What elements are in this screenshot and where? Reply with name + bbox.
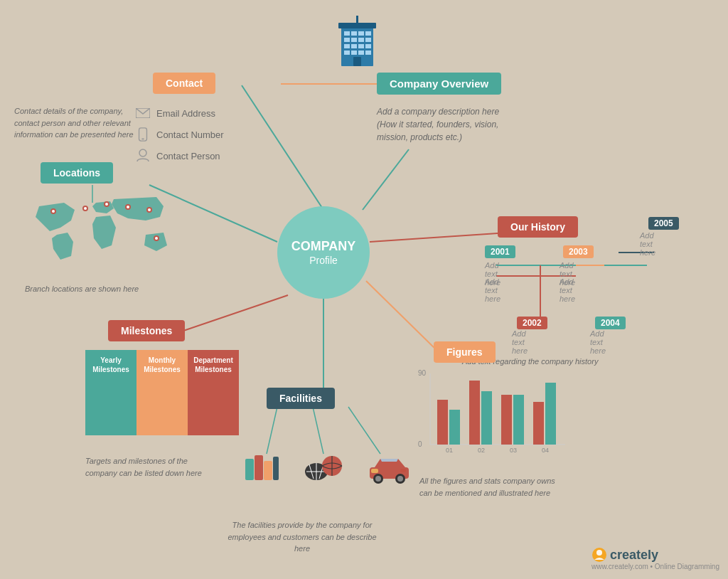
car-icon <box>366 452 412 487</box>
svg-rect-54 <box>245 459 254 480</box>
svg-point-53 <box>155 237 158 240</box>
year-2003-badge: 2003 <box>563 245 594 258</box>
yearly-milestones-bar: YearlyMilestones <box>85 350 136 435</box>
email-item: Email Address <box>135 105 224 121</box>
person-item: Contact Person <box>135 148 224 164</box>
overview-description: Add a company description here (How it s… <box>377 105 519 144</box>
history-text-4: Add text here <box>560 277 575 303</box>
svg-rect-71 <box>400 469 406 472</box>
milestones-description: Targets and milestones of thecompany can… <box>85 455 202 479</box>
svg-point-67 <box>375 476 381 482</box>
figures-description: All the figures and stats company owns c… <box>419 475 562 499</box>
svg-rect-56 <box>264 461 272 480</box>
contact-info-list: Email Address Contact Number Contact Per… <box>135 105 224 169</box>
svg-text:90: 90 <box>418 370 427 377</box>
svg-point-47 <box>127 206 129 208</box>
figures-chart: 90 0 01 02 03 04 <box>412 370 569 455</box>
svg-rect-33 <box>358 51 364 55</box>
world-map <box>25 188 188 274</box>
svg-text:03: 03 <box>510 447 517 454</box>
creately-sub: www.creately.com • Online Diagramming <box>592 563 719 570</box>
svg-point-41 <box>139 149 146 156</box>
contact-description: Contact details of the company, contact … <box>14 105 135 141</box>
person-icon <box>135 148 151 164</box>
svg-rect-55 <box>255 455 263 480</box>
svg-rect-35 <box>353 57 361 66</box>
svg-text:04: 04 <box>542 447 549 454</box>
svg-rect-37 <box>356 16 358 24</box>
locations-label: Locations <box>41 162 113 184</box>
svg-rect-80 <box>481 391 492 445</box>
contact-label: Contact <box>153 73 215 94</box>
svg-rect-40 <box>141 138 144 139</box>
phone-item: Contact Number <box>135 127 224 142</box>
svg-line-11 <box>366 281 441 354</box>
svg-text:01: 01 <box>446 447 453 454</box>
svg-rect-23 <box>344 38 350 42</box>
svg-rect-86 <box>545 383 556 445</box>
svg-line-0 <box>242 85 323 210</box>
milestones-label: Milestones <box>108 320 185 341</box>
svg-rect-31 <box>344 51 350 55</box>
figures-label: Figures <box>434 341 496 363</box>
creately-watermark: creately www.creately.com • Online Diagr… <box>592 547 719 570</box>
facilities-icons <box>242 445 412 487</box>
history-text-7: Add text here <box>590 329 606 355</box>
svg-rect-83 <box>513 395 524 445</box>
svg-rect-76 <box>437 400 448 445</box>
svg-line-5 <box>183 295 288 331</box>
svg-rect-22 <box>365 31 371 36</box>
svg-rect-19 <box>344 31 350 36</box>
svg-line-10 <box>370 233 498 242</box>
sports-icon <box>302 445 345 487</box>
svg-point-89 <box>596 550 602 556</box>
svg-rect-26 <box>365 38 371 42</box>
creately-name: creately <box>610 548 658 563</box>
svg-rect-79 <box>469 381 480 445</box>
svg-point-69 <box>397 476 403 482</box>
books-icon <box>242 448 281 487</box>
svg-rect-70 <box>371 469 378 473</box>
creately-logo-area: creately www.creately.com • Online Diagr… <box>592 547 719 570</box>
history-text-5: Add text here <box>640 231 655 257</box>
svg-text:0: 0 <box>418 440 422 448</box>
svg-point-43 <box>52 210 55 213</box>
center-circle: COMPANY Profile <box>277 206 370 299</box>
svg-rect-21 <box>358 31 364 36</box>
facilities-label: Facilities <box>267 388 335 409</box>
svg-rect-34 <box>365 51 371 55</box>
year-2001-badge: 2001 <box>485 245 515 258</box>
year-2004-badge: 2004 <box>595 317 626 329</box>
phone-icon <box>135 127 151 142</box>
svg-rect-85 <box>533 402 544 445</box>
map-description: Branch locations are shown here <box>25 285 139 293</box>
svg-rect-29 <box>358 44 364 48</box>
year-2005-badge: 2005 <box>648 217 679 230</box>
department-milestones-bar: DepartmentMilestones <box>188 350 239 435</box>
history-text-2: Add text here <box>485 277 500 303</box>
svg-rect-57 <box>273 457 279 480</box>
svg-rect-82 <box>501 395 512 445</box>
svg-rect-77 <box>449 410 460 445</box>
svg-rect-24 <box>351 38 357 42</box>
facilities-description: The facilities provide by the company fo… <box>228 519 377 555</box>
milestones-chart: YearlyMilestones MonthlyMilestones Depar… <box>85 350 239 435</box>
monthly-milestones-bar: MonthlyMilestones <box>136 350 188 435</box>
building-icon <box>334 13 380 73</box>
history-text-6: Add text here <box>512 329 528 355</box>
overview-label: Company Overview <box>377 73 501 95</box>
svg-point-45 <box>84 207 87 210</box>
svg-rect-32 <box>351 51 357 55</box>
year-2002-badge: 2002 <box>517 317 547 329</box>
svg-text:02: 02 <box>478 447 485 454</box>
svg-point-49 <box>148 208 151 211</box>
svg-rect-30 <box>365 44 371 48</box>
svg-rect-25 <box>358 38 364 42</box>
svg-line-1 <box>363 149 409 210</box>
svg-rect-27 <box>344 44 350 48</box>
svg-rect-28 <box>351 44 357 48</box>
svg-rect-20 <box>351 31 357 36</box>
history-label: Our History <box>498 216 578 238</box>
email-icon <box>135 105 151 121</box>
svg-point-51 <box>105 203 108 206</box>
